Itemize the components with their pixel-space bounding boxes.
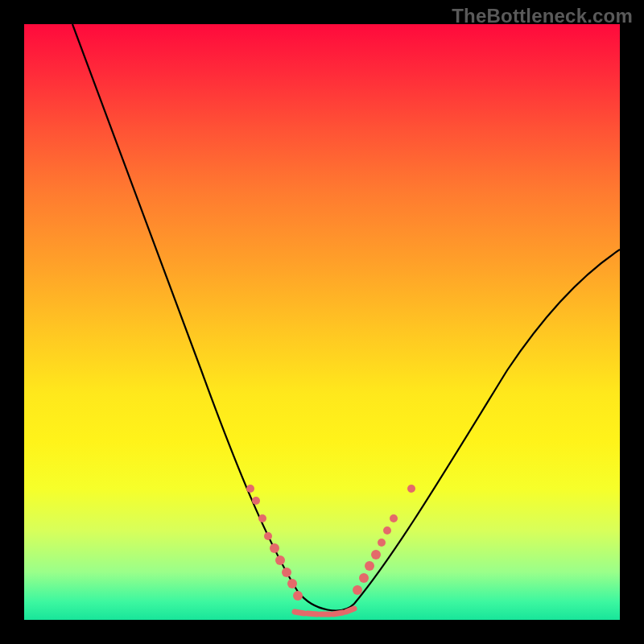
marker-dot [246, 485, 254, 493]
marker-dot [371, 550, 381, 559]
bottleneck-curve [72, 24, 620, 610]
marker-dot [275, 555, 285, 565]
marker-dash [295, 612, 304, 613]
right-marker-cluster [353, 485, 415, 595]
marker-dash [333, 613, 343, 614]
marker-dot [270, 543, 279, 553]
plot-area [24, 24, 620, 620]
marker-dot [252, 497, 260, 505]
chart-svg [24, 24, 620, 620]
watermark-text: TheBottleneck.com [452, 5, 633, 27]
marker-dot [365, 561, 374, 571]
marker-dot [359, 573, 369, 583]
marker-dot [264, 532, 272, 540]
bottom-marker-band [295, 609, 354, 614]
marker-dash [308, 613, 317, 614]
marker-dash [346, 609, 354, 612]
marker-dot [390, 514, 398, 522]
marker-dot [378, 539, 386, 547]
marker-dot [293, 591, 303, 601]
marker-dot [407, 485, 415, 493]
marker-dot [353, 585, 362, 595]
marker-dot [282, 568, 291, 577]
chart-frame: TheBottleneck.com [0, 0, 644, 644]
marker-dot [383, 526, 391, 535]
marker-dot [258, 514, 266, 522]
marker-dot [287, 579, 297, 588]
left-marker-cluster [246, 485, 303, 601]
